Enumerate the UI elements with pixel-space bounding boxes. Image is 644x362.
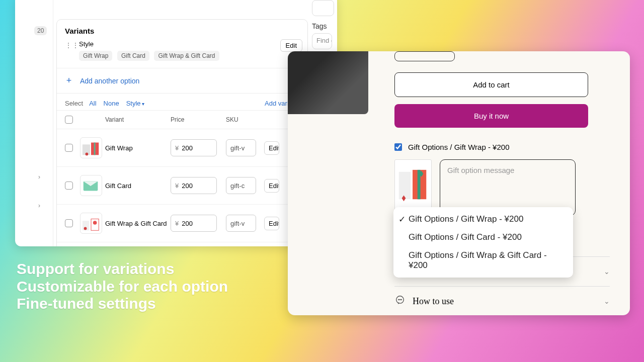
svg-point-3 bbox=[86, 153, 89, 156]
price-input[interactable]: ¥200 bbox=[171, 139, 217, 156]
select-all-checkbox[interactable] bbox=[65, 116, 73, 124]
sku-input[interactable]: gift-v bbox=[226, 215, 256, 232]
option-style-row: ⋮⋮ Style Gift Wrap Gift Card Gift Wrap &… bbox=[57, 38, 307, 68]
select-row: Select All None Style Add varia bbox=[57, 94, 307, 110]
feature-line: Customizable for each option bbox=[17, 278, 228, 296]
add-option-label: Add another option bbox=[80, 77, 139, 85]
chevron-right-icon[interactable]: › bbox=[38, 173, 40, 180]
col-variant: Variant bbox=[105, 116, 171, 123]
variant-name: Gift Wrap & Gift Card bbox=[105, 220, 171, 227]
edit-variant-button[interactable]: Edit bbox=[264, 141, 279, 155]
plus-icon: + bbox=[65, 75, 73, 86]
chip: Gift Wrap bbox=[79, 51, 112, 61]
gift-option-label: Gift Options / Gift Wrap - ¥200 bbox=[408, 143, 509, 151]
chevron-right-icon[interactable]: › bbox=[38, 202, 40, 209]
chat-icon bbox=[394, 295, 407, 308]
row-checkbox[interactable] bbox=[65, 182, 73, 190]
table-row: Gift Wrap & Gift Card ¥200 gift-v Edit bbox=[57, 205, 307, 242]
tags-search-input[interactable]: Find c bbox=[312, 33, 332, 49]
dropdown-option[interactable]: Gift Options / Gift Wrap - ¥200 bbox=[393, 210, 573, 228]
select-label: Select bbox=[65, 100, 83, 107]
tags-box bbox=[312, 0, 334, 16]
table-row: Gift Card ¥200 gift-c Edit bbox=[57, 167, 307, 205]
gift-option-checkbox-row[interactable]: Gift Options / Gift Wrap - ¥200 bbox=[394, 143, 610, 151]
feature-line: Support for variations bbox=[17, 260, 228, 278]
chip: Gift Card bbox=[117, 51, 149, 61]
variant-thumbnail[interactable] bbox=[80, 213, 102, 234]
gift-option-checkbox[interactable] bbox=[394, 143, 402, 151]
select-none[interactable]: None bbox=[104, 100, 119, 107]
dropdown-option[interactable]: Gift Options / Gift Wrap & Gift Card - ¥… bbox=[393, 246, 573, 275]
accordion-how-to-use[interactable]: How to use ⌄ bbox=[394, 286, 610, 315]
feature-line: Fine-tuned settings bbox=[17, 295, 228, 313]
sku-input[interactable]: gift-v bbox=[226, 139, 256, 156]
svg-point-16 bbox=[399, 300, 400, 300]
edit-variant-button[interactable]: Edit bbox=[264, 179, 279, 193]
feature-headlines: Support for variations Customizable for … bbox=[17, 260, 228, 313]
edit-variant-button[interactable]: Edit bbox=[264, 217, 279, 230]
svg-point-9 bbox=[84, 227, 87, 230]
col-price: Price bbox=[171, 116, 226, 123]
chevron-down-icon: ⌄ bbox=[604, 297, 610, 305]
edit-option-button[interactable]: Edit bbox=[280, 39, 302, 52]
variants-heading: Variants bbox=[57, 20, 307, 38]
variant-name: Gift Card bbox=[105, 182, 171, 190]
sidebar-badge: 20 bbox=[34, 26, 47, 35]
accordion-title: How to use bbox=[413, 296, 604, 307]
admin-sidebar: 20 › › bbox=[15, 0, 53, 246]
tags-panel: Tags Find c bbox=[312, 0, 334, 49]
svg-point-8 bbox=[93, 221, 97, 225]
price-input[interactable]: ¥200 bbox=[171, 215, 217, 232]
variant-thumbnail[interactable] bbox=[80, 137, 102, 158]
col-sku: SKU bbox=[226, 116, 261, 123]
variant-thumbnail[interactable] bbox=[80, 175, 102, 196]
sku-input[interactable]: gift-c bbox=[226, 177, 256, 194]
select-style-dropdown[interactable]: Style bbox=[126, 100, 145, 107]
quantity-stepper[interactable] bbox=[394, 51, 455, 61]
gift-option-thumbnail bbox=[394, 159, 432, 212]
svg-point-15 bbox=[398, 300, 399, 300]
svg-rect-10 bbox=[399, 172, 411, 199]
variants-card: Variants ⋮⋮ Style Gift Wrap Gift Card Gi… bbox=[56, 19, 308, 246]
option-name: Style bbox=[79, 40, 299, 48]
option-chips: Gift Wrap Gift Card Gift Wrap & Gift Car… bbox=[79, 51, 299, 61]
chevron-down-icon: ⌄ bbox=[604, 267, 610, 276]
storefront-panel: Add to cart Buy it now Gift Options / Gi… bbox=[288, 51, 630, 315]
svg-point-17 bbox=[401, 300, 401, 300]
add-to-cart-button[interactable]: Add to cart bbox=[394, 72, 588, 97]
drag-handle-icon[interactable]: ⋮⋮ bbox=[65, 40, 73, 49]
row-checkbox[interactable] bbox=[65, 144, 73, 152]
chip: Gift Wrap & Gift Card bbox=[154, 51, 219, 61]
select-all[interactable]: All bbox=[89, 100, 96, 107]
table-row: Gift Wrap ¥200 gift-v Edit bbox=[57, 129, 307, 167]
row-checkbox[interactable] bbox=[65, 219, 73, 227]
price-input[interactable]: ¥200 bbox=[171, 177, 217, 194]
gift-option-dropdown[interactable]: Gift Options / Gift Wrap - ¥200 Gift Opt… bbox=[393, 207, 573, 278]
tags-label: Tags bbox=[312, 22, 334, 30]
dropdown-option[interactable]: Gift Options / Gift Card - ¥200 bbox=[393, 228, 573, 246]
svg-rect-2 bbox=[94, 143, 96, 155]
table-header: Variant Price SKU bbox=[57, 110, 307, 129]
variant-name: Gift Wrap bbox=[105, 144, 171, 152]
buy-now-button[interactable]: Buy it now bbox=[394, 104, 588, 128]
add-option-button[interactable]: + Add another option bbox=[57, 68, 307, 93]
product-image bbox=[288, 51, 368, 114]
